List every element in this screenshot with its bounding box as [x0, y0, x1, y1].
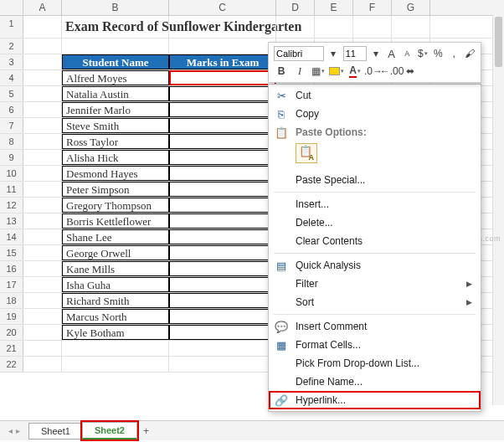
font-family-dropdown-icon[interactable]: ▾ [327, 46, 340, 61]
sheet-tab-1[interactable]: Sheet1 [28, 423, 83, 439]
add-sheet-button[interactable]: + [136, 423, 156, 439]
menu-quick-analysis[interactable]: ▤Quick Analysis [269, 256, 481, 275]
borders-button[interactable]: ▦▾ [311, 64, 326, 79]
row-3[interactable]: 3 [0, 54, 23, 69]
menu-filter[interactable]: Filter▶ [269, 275, 481, 293]
italic-button[interactable]: I [292, 64, 307, 79]
cell-C4-selected[interactable] [169, 70, 276, 85]
colhdr-D[interactable]: D [276, 0, 315, 15]
sheet-title[interactable]: Exam Record of Sunflower Kindergarten [62, 16, 169, 38]
row-1[interactable]: 1 [0, 16, 23, 38]
chevron-right-icon: ▶ [466, 298, 472, 306]
copy-icon: ⎘ [274, 108, 289, 121]
row-4[interactable]: 4 [0, 70, 23, 85]
merge-center-icon[interactable]: ⬌ [403, 64, 418, 79]
menu-copy[interactable]: ⎘Copy [269, 105, 481, 123]
menu-delete[interactable]: Delete... [269, 213, 481, 232]
colhdr-E[interactable]: E [315, 0, 353, 15]
comma-icon[interactable]: , [448, 46, 460, 61]
cell-B4[interactable]: Alfred Moyes [62, 70, 169, 85]
colhdr-G[interactable]: G [392, 0, 430, 15]
column-headers: A B C D E F G [0, 0, 504, 16]
decrease-font-icon[interactable]: A [401, 46, 414, 61]
colhdr-B[interactable]: B [62, 0, 169, 15]
menu-cut[interactable]: ✂Cut [269, 86, 481, 105]
hyperlink-icon: 🔗 [274, 394, 289, 407]
percent-icon[interactable]: % [432, 46, 445, 61]
decrease-decimal-icon[interactable]: .0→ [366, 64, 381, 79]
vertical-scrollbar[interactable] [492, 15, 504, 405]
menu-hyperlink[interactable]: 🔗Hyperlink... [269, 391, 481, 409]
format-painter-icon[interactable]: 🖌 [463, 46, 476, 61]
menu-define-name[interactable]: Define Name... [269, 373, 481, 391]
font-size-select[interactable] [343, 46, 367, 61]
font-color-button[interactable]: A▾ [347, 64, 363, 79]
menu-sort[interactable]: Sort▶ [269, 293, 481, 311]
row-2[interactable]: 2 [0, 39, 23, 54]
context-menu: ✂Cut ⎘Copy 📋Paste Options: Paste Special… [268, 84, 481, 412]
format-cells-icon: ▦ [274, 339, 289, 352]
chevron-right-icon: ▶ [466, 280, 472, 288]
menu-insert[interactable]: Insert... [269, 195, 481, 213]
menu-insert-comment[interactable]: 💬Insert Comment [269, 317, 481, 336]
tab-nav-prev-icon[interactable]: ◂ [8, 426, 13, 435]
tab-nav-next-icon[interactable]: ▸ [16, 426, 20, 435]
menu-pick-dropdown[interactable]: Pick From Drop-down List... [269, 354, 481, 373]
tab-nav: ◂ ▸ [8, 426, 20, 435]
menu-clear-contents[interactable]: Clear Contents [269, 232, 481, 250]
colhdr-C[interactable]: C [169, 0, 276, 15]
paste-option-button[interactable] [296, 143, 317, 163]
colhdr-F[interactable]: F [353, 0, 392, 15]
font-size-dropdown-icon[interactable]: ▾ [370, 46, 383, 61]
colhdr-A[interactable]: A [23, 0, 62, 15]
sheet-tab-2-active[interactable]: Sheet2 [82, 422, 137, 439]
select-all-corner[interactable] [0, 0, 23, 15]
fill-color-button[interactable]: ▾ [329, 64, 344, 79]
clipboard-icon: 📋 [274, 126, 289, 139]
mini-toolbar: ▾ ▾ A A $▾ % , 🖌 B I ▦▾ ▾ A▾ .0→ ←.00 ⬌ [268, 42, 481, 83]
menu-paste-options-label: 📋Paste Options: [269, 123, 481, 141]
quick-analysis-icon: ▤ [274, 260, 289, 272]
comment-icon: 💬 [274, 321, 289, 333]
menu-paste-special[interactable]: Paste Special... [269, 171, 481, 189]
increase-font-icon[interactable]: A [385, 46, 398, 61]
hdr-marks[interactable]: Marks in Exam [169, 54, 276, 69]
hdr-student-name[interactable]: Student Name [62, 54, 169, 69]
increase-decimal-icon[interactable]: ←.00 [384, 64, 399, 79]
sheet-tab-bar: ◂ ▸ Sheet1 Sheet2 + [0, 420, 504, 440]
currency-icon[interactable]: $▾ [417, 46, 429, 61]
font-family-select[interactable] [274, 46, 324, 61]
scissors-icon: ✂ [274, 90, 289, 102]
bold-button[interactable]: B [274, 64, 289, 79]
menu-format-cells[interactable]: ▦Format Cells... [269, 336, 481, 354]
